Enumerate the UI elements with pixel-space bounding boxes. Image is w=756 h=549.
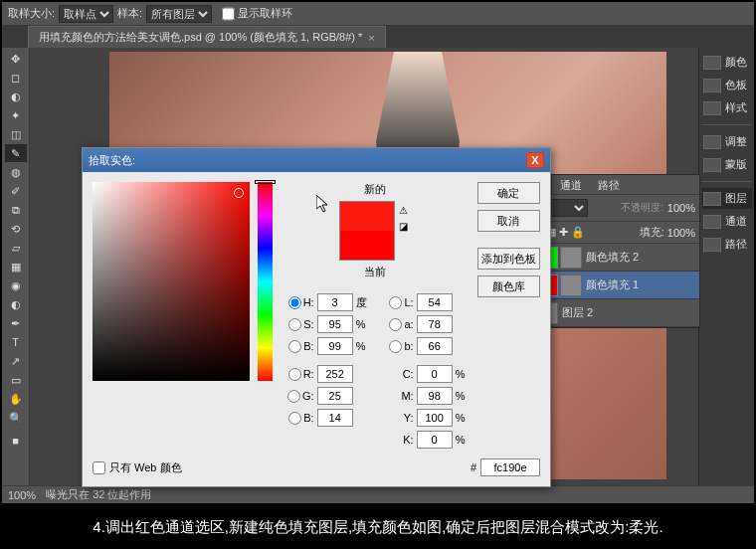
status-bar: 100% 曝光只在 32 位起作用 — [2, 485, 754, 503]
add-swatch-button[interactable]: 添加到色板 — [477, 248, 540, 270]
zoom-tool[interactable]: 🔍 — [5, 409, 27, 427]
heal-tool[interactable]: ◍ — [5, 163, 27, 181]
panel-color[interactable]: 颜色 — [701, 52, 752, 73]
dialog-title: 拾取实色: — [89, 153, 135, 168]
r-input[interactable] — [317, 365, 353, 383]
brush-tool[interactable]: ✐ — [5, 182, 27, 200]
panel-swatches[interactable]: 色板 — [701, 75, 752, 95]
hue-slider[interactable] — [258, 182, 272, 381]
color-field[interactable] — [93, 182, 250, 381]
sample-size-label: 取样大小: — [8, 6, 55, 21]
hex-label: # — [471, 461, 476, 473]
y-input[interactable] — [417, 409, 453, 427]
show-ring-checkbox[interactable]: 显示取样环 — [222, 5, 292, 23]
c-input[interactable] — [417, 365, 453, 383]
marquee-tool[interactable]: ◻ — [5, 69, 27, 87]
dialog-titlebar[interactable]: 拾取实色: X — [83, 148, 550, 172]
web-only-checkbox[interactable]: 只有 Web 颜色 — [93, 460, 182, 475]
layer-name[interactable]: 颜色填充 2 — [586, 250, 639, 265]
a-radio[interactable]: a: — [384, 318, 414, 331]
b2-radio[interactable]: b: — [384, 340, 414, 353]
opacity-value[interactable]: 100% — [667, 202, 695, 214]
toolbox: ✥ ◻ ◐ ✦ ◫ ✎ ◍ ✐ ⧉ ⟲ ▱ ▦ ◉ ◐ ✒ T ↗ ▭ ✋ 🔍 … — [2, 48, 30, 485]
new-color-label: 新的 — [364, 182, 386, 197]
color-cursor — [234, 188, 244, 198]
cancel-button[interactable]: 取消 — [477, 210, 540, 232]
adjust-icon — [703, 135, 721, 149]
lock-all-icon[interactable]: 🔒 — [571, 226, 585, 239]
bb-input[interactable] — [317, 409, 353, 427]
panel-styles[interactable]: 样式 — [701, 97, 752, 118]
panel-adjustments[interactable]: 调整 — [701, 131, 752, 152]
panel-masks[interactable]: 蒙版 — [701, 154, 752, 175]
close-icon[interactable]: X — [526, 152, 544, 168]
c-label: C: — [384, 368, 414, 380]
b-radio[interactable]: B: — [284, 340, 314, 353]
k-input[interactable] — [417, 431, 453, 449]
g-radio[interactable]: G: — [284, 390, 314, 403]
gradient-tool[interactable]: ▦ — [5, 258, 27, 275]
fill-value[interactable]: 100% — [667, 227, 695, 239]
b2-input[interactable] — [417, 337, 453, 355]
m-label: M: — [384, 390, 414, 402]
eyedropper-tool[interactable]: ✎ — [5, 144, 27, 162]
panel-layers[interactable]: 图层 — [701, 188, 752, 209]
tutorial-caption: 4.调出红色通道选区,新建纯色填充图层,填充颜色如图,确定后把图层混合模式改为:… — [0, 505, 756, 549]
ok-button[interactable]: 确定 — [477, 182, 540, 204]
g-input[interactable] — [317, 387, 353, 405]
websafe-warning-icon[interactable]: ◪ — [397, 219, 411, 233]
opacity-label: 不透明度: — [621, 201, 663, 215]
layer-name[interactable]: 颜色填充 1 — [586, 277, 639, 292]
hue-marker — [255, 180, 275, 184]
stamp-tool[interactable]: ⧉ — [5, 201, 27, 219]
crop-tool[interactable]: ◫ — [5, 125, 27, 143]
hex-input[interactable] — [480, 458, 540, 476]
a-input[interactable] — [417, 315, 453, 333]
color-preview — [339, 201, 395, 261]
h-radio[interactable]: H: — [284, 296, 314, 309]
fg-bg-swatch[interactable]: ■ — [5, 428, 27, 454]
lock-position-icon[interactable]: ✚ — [559, 226, 568, 239]
color-libs-button[interactable]: 颜色库 — [477, 275, 540, 297]
color-icon — [703, 56, 721, 70]
layer-mask-thumb[interactable] — [560, 274, 582, 296]
dodge-tool[interactable]: ◐ — [5, 295, 27, 313]
s-input[interactable] — [317, 315, 353, 333]
document-title: 用填充颜色的方法给美女调色.psd @ 100% (颜色填充 1, RGB/8#… — [39, 30, 362, 45]
lasso-tool[interactable]: ◐ — [5, 88, 27, 105]
sample-select[interactable]: 所有图层 — [146, 5, 212, 23]
zoom-level[interactable]: 100% — [8, 489, 36, 501]
layer-name[interactable]: 图层 2 — [562, 305, 593, 320]
gamut-warning-icon[interactable]: ⚠ — [397, 203, 411, 217]
l-radio[interactable]: L: — [384, 296, 414, 309]
layers-icon — [703, 192, 721, 206]
h-input[interactable] — [317, 293, 353, 311]
close-tab-icon[interactable]: × — [368, 32, 374, 44]
fill-label: 填充: — [640, 225, 664, 240]
channels-tab[interactable]: 通道 — [552, 175, 590, 194]
shape-tool[interactable]: ▭ — [5, 371, 27, 389]
bb-radio[interactable]: B: — [284, 412, 314, 425]
hand-tool[interactable]: ✋ — [5, 390, 27, 408]
wand-tool[interactable]: ✦ — [5, 106, 27, 124]
sample-size-select[interactable]: 取样点 — [59, 5, 113, 23]
path-tool[interactable]: ↗ — [5, 352, 27, 370]
r-radio[interactable]: R: — [284, 368, 314, 381]
pen-tool[interactable]: ✒ — [5, 314, 27, 332]
l-input[interactable] — [417, 293, 453, 311]
panel-paths[interactable]: 路径 — [701, 234, 752, 255]
layer-mask-thumb[interactable] — [560, 247, 582, 269]
s-radio[interactable]: S: — [284, 318, 314, 331]
history-brush-tool[interactable]: ⟲ — [5, 220, 27, 238]
eraser-tool[interactable]: ▱ — [5, 239, 27, 257]
document-tab[interactable]: 用填充颜色的方法给美女调色.psd @ 100% (颜色填充 1, RGB/8#… — [28, 26, 386, 48]
blur-tool[interactable]: ◉ — [5, 276, 27, 294]
panel-channels[interactable]: 通道 — [701, 211, 752, 232]
m-input[interactable] — [417, 387, 453, 405]
type-tool[interactable]: T — [5, 333, 27, 351]
b-input[interactable] — [317, 337, 353, 355]
paths-tab[interactable]: 路径 — [590, 175, 628, 194]
current-color-swatch — [340, 231, 394, 260]
move-tool[interactable]: ✥ — [5, 50, 27, 68]
document-tabs: 用填充颜色的方法给美女调色.psd @ 100% (颜色填充 1, RGB/8#… — [2, 26, 754, 48]
